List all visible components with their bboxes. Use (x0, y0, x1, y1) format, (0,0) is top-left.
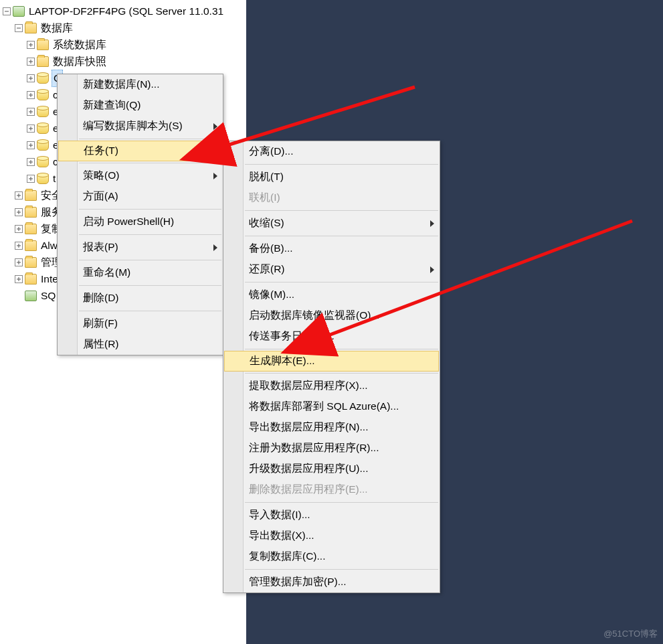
menu-label: 联机(I) (249, 191, 280, 205)
menu-item-deploy-azure[interactable]: 将数据库部署到 SQL Azure(A)... (223, 396, 440, 417)
menu-separator (79, 285, 221, 286)
menu-item-mirror[interactable]: 镜像(M)... (223, 285, 440, 305)
expand-icon[interactable] (27, 108, 35, 116)
menu-separator (79, 209, 221, 210)
menu-item-new-query[interactable]: 新建查询(Q) (58, 95, 223, 116)
menu-item-export-data[interactable]: 导出数据(X)... (223, 526, 440, 546)
menu-label: 启动数据库镜像监视器(O)... (249, 309, 379, 323)
expand-icon[interactable] (15, 258, 23, 266)
menu-label: 方面(A) (83, 189, 118, 204)
submenu-tasks[interactable]: 分离(D)... 脱机(T) 联机(I) 收缩(S) 备份(B)... 还原(R… (223, 141, 440, 593)
menu-item-encrypt[interactable]: 管理数据库加密(P)... (223, 572, 440, 592)
menu-label: 将数据库部署到 SQL Azure(A)... (249, 400, 399, 414)
expand-icon[interactable] (15, 275, 23, 283)
menu-item-mirror-monitor[interactable]: 启动数据库镜像监视器(O)... (223, 305, 440, 326)
expand-icon[interactable] (27, 74, 35, 82)
server-icon (13, 6, 25, 17)
submenu-arrow-icon (213, 244, 217, 251)
folder-icon (25, 257, 37, 268)
database-icon (37, 157, 49, 167)
menu-separator (79, 260, 221, 260)
tree-node-server[interactable]: LAPTOP-DF2FF4PG (SQL Server 11.0.31 (0, 3, 246, 19)
node-label: LAPTOP-DF2FF4PG (SQL Server 11.0.31 (27, 3, 225, 19)
menu-item-detach[interactable]: 分离(D)... (223, 141, 440, 162)
menu-item-new-database[interactable]: 新建数据库(N)... (58, 74, 223, 95)
menu-label: 刷新(F) (83, 317, 118, 331)
menu-item-policy[interactable]: 策略(O) (58, 165, 223, 186)
database-icon (37, 73, 49, 84)
menu-item-powershell[interactable]: 启动 PowerShell(H) (58, 212, 223, 232)
menu-label: 镜像(M)... (249, 288, 294, 302)
expand-icon[interactable] (27, 141, 35, 149)
menu-item-offline[interactable]: 脱机(T) (223, 167, 440, 187)
menu-item-rename[interactable]: 重命名(M) (58, 262, 223, 283)
menu-label: 管理数据库加密(P)... (249, 575, 347, 589)
menu-item-upgrade-dtap[interactable]: 升级数据层应用程序(U)... (223, 459, 440, 479)
context-menu-database[interactable]: 新建数据库(N)... 新建查询(Q) 编写数据库脚本为(S) 任务(T) 策略… (57, 74, 223, 355)
menu-separator (245, 349, 438, 349)
menu-item-refresh[interactable]: 刷新(F) (58, 313, 223, 334)
submenu-arrow-icon (212, 148, 216, 155)
expand-icon[interactable] (15, 208, 23, 216)
tree-node-snapshot[interactable]: 数据库快照 (0, 53, 246, 70)
expand-icon[interactable] (27, 58, 35, 66)
agent-icon (25, 291, 37, 301)
menu-separator (79, 163, 221, 163)
menu-label: 删除数据层应用程序(E)... (249, 483, 368, 497)
menu-item-reports[interactable]: 报表(P) (58, 237, 223, 258)
menu-item-online: 联机(I) (223, 187, 440, 208)
database-icon (37, 106, 49, 117)
expand-icon[interactable] (27, 158, 35, 166)
database-icon (37, 90, 49, 100)
node-label: Alw (39, 238, 59, 254)
menu-item-extract-dtap[interactable]: 提取数据层应用程序(X)... (223, 376, 440, 396)
menu-label: 删除(D) (83, 291, 119, 305)
tree-node-sysdb[interactable]: 系统数据库 (0, 36, 246, 53)
menu-label: 新建查询(Q) (83, 98, 140, 112)
collapse-icon[interactable] (15, 24, 23, 32)
menu-item-script-as[interactable]: 编写数据库脚本为(S) (58, 116, 223, 137)
folder-icon (25, 240, 37, 251)
menu-item-import-data[interactable]: 导入数据(I)... (223, 505, 440, 526)
menu-label: 导入数据(I)... (249, 508, 310, 522)
expand-icon[interactable] (15, 191, 23, 199)
menu-label: 新建数据库(N)... (83, 78, 159, 92)
menu-label: 升级数据层应用程序(U)... (249, 462, 368, 476)
menu-item-shrink[interactable]: 收缩(S) (223, 213, 440, 234)
menu-item-register-dtap[interactable]: 注册为数据层应用程序(R)... (223, 438, 440, 459)
menu-separator (245, 236, 438, 236)
menu-item-ship-log[interactable]: 传送事务日志(L)... (223, 326, 440, 347)
tree-node-databases[interactable]: 数据库 (0, 19, 246, 36)
database-icon (37, 173, 49, 184)
menu-separator (79, 139, 221, 139)
submenu-arrow-icon (430, 266, 434, 273)
menu-label: 提取数据层应用程序(X)... (249, 379, 368, 393)
expand-icon[interactable] (27, 175, 35, 183)
menu-separator (245, 569, 438, 570)
node-label: 系统数据库 (52, 37, 108, 53)
menu-item-generate-scripts[interactable]: 生成脚本(E)... (224, 351, 439, 372)
expand-icon[interactable] (27, 125, 35, 133)
expand-icon[interactable] (27, 91, 35, 99)
menu-item-properties[interactable]: 属性(R) (58, 334, 223, 355)
submenu-arrow-icon (430, 220, 434, 227)
svg-line-1 (221, 87, 415, 147)
node-label: SQ (39, 288, 57, 304)
menu-item-delete[interactable]: 删除(D) (58, 288, 223, 309)
menu-separator (79, 311, 221, 311)
menu-item-export-dtap[interactable]: 导出数据层应用程序(N)... (223, 417, 440, 438)
menu-label: 复制数据库(C)... (249, 550, 325, 564)
expand-icon[interactable] (15, 242, 23, 250)
menu-label: 编写数据库脚本为(S) (83, 119, 183, 133)
submenu-arrow-icon (213, 173, 217, 179)
expand-icon[interactable] (27, 41, 35, 49)
menu-item-backup[interactable]: 备份(B)... (223, 238, 440, 259)
collapse-icon[interactable] (3, 7, 11, 15)
menu-item-restore[interactable]: 还原(R) (223, 259, 440, 280)
menu-label: 策略(O) (83, 169, 119, 183)
expand-icon[interactable] (15, 225, 23, 233)
menu-item-facets[interactable]: 方面(A) (58, 186, 223, 207)
menu-item-tasks[interactable]: 任务(T) (58, 141, 222, 161)
menu-item-copy-db[interactable]: 复制数据库(C)... (223, 546, 440, 567)
menu-label: 报表(P) (83, 240, 118, 254)
